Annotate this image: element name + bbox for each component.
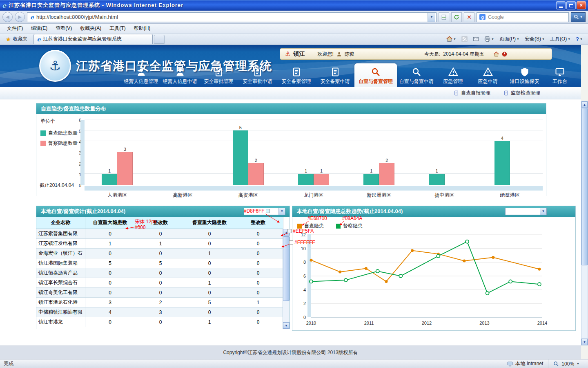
page-menu-button[interactable]: 页面(P)▼ [499, 36, 519, 43]
value-cell: 0 [233, 317, 283, 327]
menu-item-0[interactable]: 文件(F) [3, 24, 27, 33]
table-row[interactable]: 中储粮镇江粮油有限4300 [36, 307, 290, 317]
menu-bar: 文件(F)编辑(E)查看(V)收藏夹(A)工具(T)帮助(H) [0, 24, 588, 34]
bar-self-check [494, 141, 510, 185]
value-cell: 0 [135, 249, 186, 258]
subnav-item-label: 自查自报管理 [461, 90, 490, 96]
nav-item-2[interactable]: 经营人信息申请 [160, 63, 199, 87]
bar-axis-band [85, 186, 543, 191]
refresh-button[interactable] [451, 12, 462, 22]
bar-self-check [363, 174, 379, 185]
nav-item-6[interactable]: 安全备案申请 [316, 63, 354, 87]
y-tick-label: 5 [73, 129, 81, 134]
nav-item-11[interactable]: 港口设施保安 [505, 63, 544, 87]
scroll-thumb[interactable] [581, 108, 588, 265]
nav-item-3[interactable]: 安全审批管理 [199, 63, 238, 87]
safety-menu-button[interactable]: 安全(S)▼ [525, 36, 545, 43]
help-button[interactable]: ?▼ [576, 36, 583, 42]
nav-item-4[interactable]: 安全审批申请 [238, 63, 277, 87]
feeds-button[interactable] [461, 36, 468, 42]
nav-item-8[interactable]: 自查与督查申请 [397, 63, 436, 87]
trend-panel-title: 本地自查/督查隐患总数趋势(截止2014.04.04) [297, 208, 403, 214]
url-text[interactable]: http://localhost:8080/yjpt/Main.html [36, 14, 425, 20]
favorites-button[interactable]: ★ 收藏夹 [2, 34, 31, 44]
value-cell: 1 [186, 317, 233, 327]
person-icon [136, 67, 146, 77]
table-row[interactable]: 江苏镇江发电有限1100 [36, 239, 290, 249]
close-button[interactable]: × [577, 1, 586, 9]
value-cell: 0 [135, 317, 186, 327]
bar-self-check [298, 174, 314, 185]
table-row[interactable]: 金海宏业（镇江）石0010 [36, 249, 290, 258]
table-row[interactable]: 镇江恒泰沥青产品0000 [36, 268, 290, 278]
print-button[interactable]: ▼ [484, 36, 494, 42]
read-mail-button[interactable] [473, 36, 479, 42]
forward-button[interactable]: ▶ [15, 12, 25, 22]
new-tab-stub[interactable] [154, 35, 165, 44]
person-icon [175, 67, 185, 77]
portal-home-icon[interactable] [494, 52, 499, 57]
tools-menu-button[interactable]: 工具(O)▼ [550, 36, 570, 43]
page-scrollbar[interactable]: ▲ ▼ [581, 101, 588, 346]
compatibility-view-button[interactable] [439, 12, 449, 22]
nav-item-1[interactable]: 经营人信息管理 [122, 63, 160, 87]
column-header-0: 企业名称 [36, 217, 85, 229]
scroll-up-button[interactable]: ▲ [581, 101, 588, 108]
scroll-thumb[interactable] [283, 236, 290, 301]
search-input[interactable]: Google [488, 14, 504, 20]
menu-item-4[interactable]: 工具(T) [106, 24, 129, 33]
zoom-control[interactable]: 100% ▼ [548, 359, 584, 368]
table-scrollbar[interactable]: ▲ ▼ [283, 229, 290, 329]
menu-item-1[interactable]: 编辑(E) [27, 24, 51, 33]
address-bar[interactable]: e http://localhost:8080/yjpt/Main.html ▼ [27, 12, 437, 22]
color-swatch [287, 229, 292, 233]
nav-item-5[interactable]: 安全备案管理 [277, 63, 316, 87]
logout-power-icon[interactable] [502, 52, 507, 57]
mail-icon [473, 36, 479, 42]
unit-label: 单位个 [40, 118, 55, 125]
document-icon [214, 67, 224, 77]
home-button[interactable]: ▼ [446, 36, 456, 42]
table-row[interactable]: 镇江奇美化工有限0000 [36, 288, 290, 298]
menu-item-2[interactable]: 查看(V) [52, 24, 76, 33]
scroll-down-button[interactable]: ▼ [581, 339, 588, 345]
value-cell: 0 [135, 288, 186, 298]
subnav-item-label: 监督检查管理 [511, 90, 540, 96]
maximize-button[interactable] [566, 1, 576, 9]
nav-item-label: 自查与督查管理 [359, 78, 393, 85]
chevron-down-icon[interactable]: ▼ [577, 362, 579, 365]
subnav-item-1[interactable]: 自查自报管理 [454, 90, 490, 96]
nav-item-7[interactable]: 自查与督查管理 [354, 63, 397, 87]
table-row[interactable]: 镇江李长荣综合石0010 [36, 278, 290, 288]
svg-text:2010: 2010 [306, 321, 316, 325]
value-cell: 0 [85, 229, 135, 239]
menu-item-3[interactable]: 收藏夹(A) [76, 24, 105, 33]
back-button[interactable]: ◀ [2, 12, 13, 22]
menu-item-5[interactable]: 帮助(H) [130, 24, 154, 33]
scroll-down-button[interactable]: ▼ [283, 322, 290, 329]
table-row[interactable]: 江苏索普集团有限0000 [36, 229, 290, 239]
minimize-button[interactable] [556, 1, 566, 9]
rss-icon [461, 36, 468, 42]
web-page: ⚓ 江苏省港口安全监管与应急管理系统 ⚓ 镇江 欢迎您! 陈俊 今天是: 201… [0, 45, 581, 359]
nav-item-9[interactable]: 应急管理 [436, 63, 470, 87]
trend-filter-select[interactable]: ▼ [505, 208, 547, 215]
subnav-item-2[interactable]: 监督检查管理 [503, 90, 540, 96]
bar-self-check [429, 174, 445, 185]
table-row[interactable]: 镇江市港龙0010 [36, 317, 290, 327]
table-row[interactable]: 镇江港国际集装箱5500 [36, 258, 290, 268]
address-dropdown-button[interactable]: ▼ [428, 13, 435, 22]
bar-group: 4 [477, 120, 543, 185]
browser-tab[interactable]: e 江苏省港口安全监管与应急管理系统 [33, 34, 153, 44]
nav-item-12[interactable]: 工作台 [544, 63, 576, 87]
nav-item-10[interactable]: 应急申请 [470, 63, 505, 87]
table-row[interactable]: 镇江市港龙石化港3251 [36, 298, 290, 307]
bar-value-label: 4 [494, 136, 510, 141]
search-box[interactable]: g Google [477, 12, 569, 22]
trend-chart-body: 自查隐患督察隐患 02468101220102011201220132014 [292, 217, 575, 330]
search-button[interactable]: ▼ [571, 12, 586, 22]
value-cell: 1 [186, 278, 233, 288]
chevron-down-icon[interactable]: ▼ [540, 208, 546, 215]
stop-button[interactable]: ✕ [464, 12, 474, 22]
chevron-down-icon[interactable]: ▼ [278, 208, 285, 215]
